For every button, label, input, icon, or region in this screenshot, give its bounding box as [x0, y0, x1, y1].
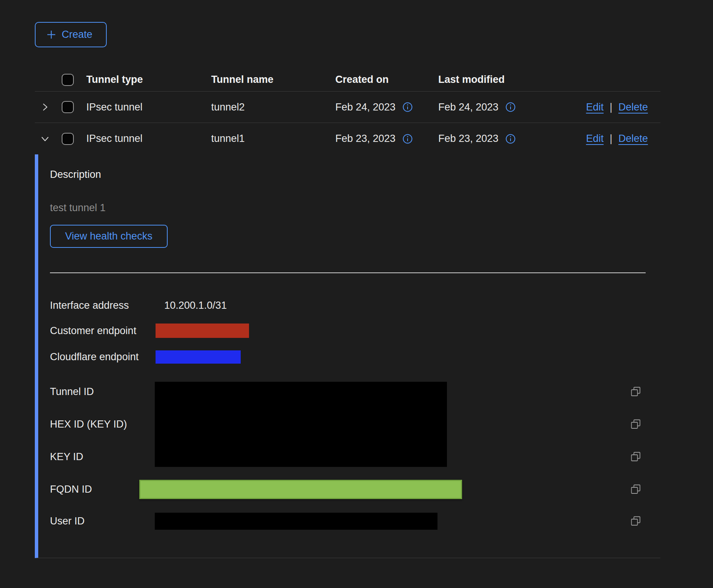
cloudflare-endpoint-label: Cloudflare endpoint: [50, 351, 155, 363]
copy-icon[interactable]: [630, 419, 641, 429]
tunnel-name-value: tunnel1: [208, 133, 332, 145]
interface-address-value: 10.200.1.0/31: [164, 300, 227, 311]
last-modified-value: Feb 24, 2023: [438, 101, 498, 113]
header-tunnel-name: Tunnel name: [208, 74, 332, 86]
create-button[interactable]: Create: [35, 22, 107, 47]
customer-endpoint-label: Customer endpoint: [50, 325, 155, 337]
interface-address-label: Interface address: [50, 300, 155, 311]
header-last-modified: Last modified: [435, 74, 541, 86]
table-row: IPsec tunnel tunnel2 Feb 24, 2023 Feb 24…: [35, 92, 660, 123]
description-value: test tunnel 1: [50, 202, 660, 214]
tunnel-name-value: tunnel2: [208, 101, 332, 113]
tunnels-table: Tunnel type Tunnel name Created on Last …: [35, 68, 660, 558]
row-checkbox[interactable]: [62, 133, 74, 145]
fqdn-id-row: FQDN ID: [50, 473, 660, 506]
copy-icon[interactable]: [630, 386, 641, 397]
view-health-checks-button[interactable]: View health checks: [50, 225, 168, 248]
tunnel-type-value: IPsec tunnel: [83, 133, 208, 145]
info-icon[interactable]: [402, 102, 413, 112]
copy-icon[interactable]: [630, 516, 641, 526]
plus-icon: [46, 30, 56, 40]
create-button-label: Create: [62, 29, 92, 40]
action-separator: |: [610, 101, 612, 113]
table-row: IPsec tunnel tunnel1 Feb 23, 2023 Feb 23…: [35, 123, 660, 154]
tunnel-detail-panel: Description test tunnel 1 View health ch…: [35, 154, 660, 558]
action-separator: |: [610, 133, 612, 145]
info-icon[interactable]: [402, 134, 413, 144]
interface-address-row: Interface address 10.200.1.0/31: [50, 294, 660, 317]
cloudflare-endpoint-redaction: [156, 350, 241, 364]
chevron-right-icon[interactable]: [40, 103, 50, 112]
select-all-checkbox[interactable]: [62, 74, 74, 86]
copy-icon[interactable]: [630, 451, 641, 462]
delete-link[interactable]: Delete: [618, 133, 648, 145]
tunnel-id-label: Tunnel ID: [50, 386, 155, 398]
user-id-redaction: [155, 513, 437, 530]
edit-link[interactable]: Edit: [586, 133, 604, 145]
tunnels-page: Create Tunnel type Tunnel name Created o…: [0, 0, 660, 558]
user-id-row: User ID: [50, 506, 660, 537]
chevron-down-icon[interactable]: [40, 134, 50, 143]
customer-endpoint-redaction: [156, 324, 249, 338]
table-header-row: Tunnel type Tunnel name Created on Last …: [35, 68, 660, 92]
fqdn-id-redaction: [139, 480, 462, 499]
info-icon[interactable]: [505, 102, 516, 112]
key-id-label: KEY ID: [50, 451, 155, 463]
cloudflare-endpoint-row: Cloudflare endpoint: [50, 344, 660, 369]
edit-link[interactable]: Edit: [586, 101, 604, 113]
tunnel-type-value: IPsec tunnel: [83, 101, 208, 113]
panel-divider: [50, 272, 646, 273]
header-tunnel-type: Tunnel type: [83, 74, 208, 86]
created-on-value: Feb 23, 2023: [335, 133, 395, 145]
last-modified-value: Feb 23, 2023: [438, 133, 498, 145]
user-id-label: User ID: [50, 515, 155, 527]
row-checkbox[interactable]: [62, 101, 74, 113]
hex-id-label: HEX ID (KEY ID): [50, 418, 155, 430]
tunnel-detail-fields: Interface address 10.200.1.0/31 Customer…: [50, 294, 660, 537]
ids-redaction-block: [155, 382, 447, 467]
description-label: Description: [50, 169, 660, 180]
header-created-on: Created on: [332, 74, 435, 86]
customer-endpoint-row: Customer endpoint: [50, 317, 660, 344]
created-on-value: Feb 24, 2023: [335, 101, 395, 113]
delete-link[interactable]: Delete: [618, 101, 648, 113]
copy-icon[interactable]: [630, 484, 641, 495]
info-icon[interactable]: [505, 134, 516, 144]
